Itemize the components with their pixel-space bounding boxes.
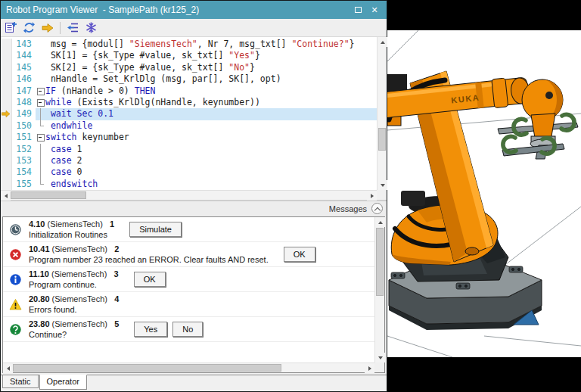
refresh-icon[interactable] xyxy=(23,21,36,34)
message-row: 4.10 (SiemensTech) 1Initialization Routi… xyxy=(3,217,374,242)
simulate-button[interactable]: Simulate xyxy=(129,222,182,237)
scroll-left-arrow[interactable] xyxy=(3,363,13,373)
code-text: endwhile xyxy=(45,120,92,132)
code-text: case 1 xyxy=(45,144,82,155)
breakpoint-margin[interactable] xyxy=(1,179,12,190)
breakpoint-margin[interactable] xyxy=(1,120,12,132)
line-number: 144 xyxy=(12,50,36,61)
message-header-line: 23.80 (SiemensTech) 5 xyxy=(29,319,119,328)
messages-header: Messages xyxy=(1,201,387,216)
code-editor[interactable]: 143 msg = {modul[] "SiemensTech", Nr 7, … xyxy=(1,37,387,201)
messages-panel: 4.10 (SiemensTech) 1Initialization Routi… xyxy=(1,216,387,375)
code-line[interactable]: 151switch keynumber xyxy=(1,132,377,143)
tab-static[interactable]: Static xyxy=(2,375,39,388)
messages-vertical-scrollbar[interactable] xyxy=(374,217,384,362)
scroll-thumb[interactable] xyxy=(376,228,384,296)
breakpoint-margin[interactable] xyxy=(1,132,12,143)
code-line[interactable]: 153 case 2 xyxy=(1,155,377,166)
breakpoint-margin[interactable] xyxy=(1,73,12,85)
breakpoint-margin[interactable] xyxy=(1,97,12,108)
scroll-down-arrow[interactable] xyxy=(375,353,385,362)
clock-icon xyxy=(9,223,22,236)
message-content: 4.10 (SiemensTech) 1Initialization Routi… xyxy=(29,219,114,239)
line-number: 154 xyxy=(12,166,36,178)
run-arrow-icon[interactable] xyxy=(41,21,54,34)
code-text: IF (nHandle > 0) THEN xyxy=(45,86,155,97)
message-row: 20.80 (SiemensTech) 4Errors found. xyxy=(3,292,374,317)
code-line[interactable]: 147IF (nHandle > 0) THEN xyxy=(1,86,377,97)
fold-marker xyxy=(36,62,45,73)
message-text: Errors found. xyxy=(29,305,119,314)
breakpoint-margin[interactable] xyxy=(1,50,12,61)
breakpoint-margin[interactable] xyxy=(1,62,12,73)
code-line[interactable]: 154 case 0 xyxy=(1,166,377,178)
scroll-up-arrow[interactable] xyxy=(375,217,385,227)
breakpoint-margin[interactable] xyxy=(1,39,12,50)
breakpoint-margin[interactable] xyxy=(1,144,12,155)
titlebar[interactable]: Robot Program Viewer - SamplePath (kr125… xyxy=(1,1,387,19)
scroll-thumb[interactable] xyxy=(378,128,386,151)
ok-button[interactable]: OK xyxy=(284,247,315,262)
collapse-messages-button[interactable] xyxy=(371,203,383,214)
code-text: msg = {modul[] "SiemensTech", Nr 7, msg_… xyxy=(45,39,355,50)
tab-operator[interactable]: Operator xyxy=(39,375,87,390)
toolbar-separator xyxy=(60,22,61,34)
fold-marker[interactable] xyxy=(36,86,45,97)
fold-marker xyxy=(36,120,45,132)
scroll-right-arrow[interactable] xyxy=(367,191,377,201)
code-text: SK[2] = {sk_Type #value, sk_txt[] "No"} xyxy=(45,62,255,73)
line-number: 148 xyxy=(12,97,36,108)
code-text: SK[1] = {sk_Type #value, sk_txt[] "Yes"} xyxy=(45,50,260,61)
breakpoint-margin[interactable] xyxy=(1,155,12,166)
code-line[interactable]: 148while (Exists_KrlDlg(nHandle, keynumb… xyxy=(1,97,377,108)
snowflake-icon[interactable] xyxy=(85,21,98,34)
scroll-down-arrow[interactable] xyxy=(377,180,387,190)
code-line[interactable]: 150 endwhile xyxy=(1,120,377,132)
scroll-thumb[interactable] xyxy=(13,364,281,372)
scroll-right-arrow[interactable] xyxy=(365,363,374,373)
code-line[interactable]: 144 SK[1] = {sk_Type #value, sk_txt[] "Y… xyxy=(1,50,377,61)
ok-button[interactable]: OK xyxy=(134,272,166,287)
scroll-up-arrow[interactable] xyxy=(377,37,387,47)
fold-marker xyxy=(36,155,45,166)
messages-horizontal-scrollbar[interactable] xyxy=(3,362,374,372)
code-text: case 0 xyxy=(45,166,82,178)
breakpoint-margin[interactable] xyxy=(1,108,12,120)
breakpoint-margin[interactable] xyxy=(1,86,12,97)
no-button[interactable]: No xyxy=(172,322,203,337)
message-header-line: 11.10 (SiemensTech) 3 xyxy=(29,269,119,278)
code-line[interactable]: 143 msg = {modul[] "SiemensTech", Nr 7, … xyxy=(1,39,377,50)
message-text: Continue? xyxy=(29,330,119,339)
code-line[interactable]: 146 nHandle = Set_KrlDlg (msg, par[], SK… xyxy=(1,73,377,85)
line-number: 151 xyxy=(12,132,36,143)
close-button[interactable]: ✕ xyxy=(368,4,381,16)
scrollbar-corner xyxy=(374,362,384,372)
yes-button[interactable]: Yes xyxy=(134,322,167,337)
line-number: 152 xyxy=(12,144,36,155)
line-number: 146 xyxy=(12,73,36,85)
scroll-left-arrow[interactable] xyxy=(1,191,11,201)
add-program-icon[interactable] xyxy=(5,21,17,34)
fold-marker xyxy=(36,39,45,50)
code-line[interactable]: 152 case 1 xyxy=(1,144,377,155)
breakpoint-margin[interactable] xyxy=(1,166,12,178)
editor-horizontal-scrollbar[interactable] xyxy=(1,190,377,200)
message-row: 23.80 (SiemensTech) 5Continue?YesNo xyxy=(3,317,374,342)
messages-box: 4.10 (SiemensTech) 1Initialization Routi… xyxy=(2,216,385,373)
code-line[interactable]: 149 wait Sec 0.1 xyxy=(1,108,377,120)
line-number: 155 xyxy=(12,179,36,190)
info-icon xyxy=(9,273,22,286)
maximize-button[interactable] xyxy=(351,4,365,16)
code-line[interactable]: 145 SK[2] = {sk_Type #value, sk_txt[] "N… xyxy=(1,62,377,73)
goto-line-icon[interactable] xyxy=(67,21,79,34)
3d-viewport[interactable]: KUKA xyxy=(387,30,581,357)
line-number: 150 xyxy=(12,120,36,132)
fold-marker[interactable] xyxy=(36,132,45,143)
code-text: switch keynumber xyxy=(45,132,129,143)
message-row: 11.10 (SiemensTech) 3Program continue.OK xyxy=(3,267,374,292)
fold-marker[interactable] xyxy=(36,97,45,108)
code-line[interactable]: 155 endswitch xyxy=(1,179,377,190)
message-content: 11.10 (SiemensTech) 3Program continue. xyxy=(29,269,119,289)
editor-vertical-scrollbar[interactable] xyxy=(377,37,387,190)
scroll-thumb[interactable] xyxy=(11,191,86,199)
